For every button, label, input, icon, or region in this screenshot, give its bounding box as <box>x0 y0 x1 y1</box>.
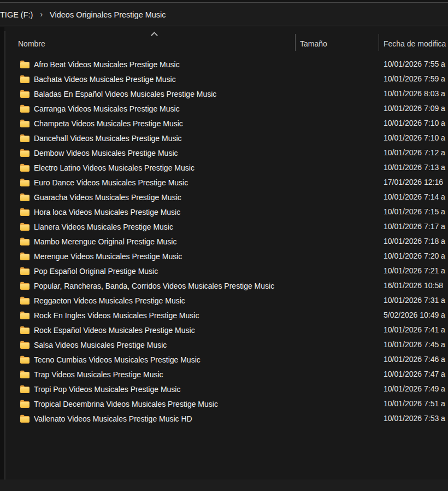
file-row[interactable]: Euro Dance Videos Musicales Prestige Mus… <box>5 175 448 190</box>
file-date-modified: 10/01/2026 7:59 a <box>384 72 448 86</box>
file-name: Dancehall Videos Musicales Prestige Musi… <box>34 134 182 143</box>
folder-icon <box>20 326 30 334</box>
file-date-modified: 5/02/2026 10:49 a <box>384 308 448 323</box>
file-row[interactable]: Popular, Rancheras, Banda, Corridos Vide… <box>5 278 448 293</box>
folder-icon <box>20 267 30 275</box>
folder-icon <box>20 414 30 423</box>
file-name: Reggaeton Videos Musicales Prestige Musi… <box>34 296 185 305</box>
file-row[interactable]: Hora loca Videos Musicales Prestige Musi… <box>5 204 448 219</box>
file-name: Salsa Videos Musicales Prestige Music <box>34 341 167 349</box>
file-row[interactable]: Rock Español Videos Musicales Prestige M… <box>5 323 448 337</box>
folder-icon <box>20 193 30 201</box>
column-header-name[interactable]: Nombre <box>18 39 45 48</box>
breadcrumb: TIGE (F:) › Videos Originales Prestige M… <box>0 3 448 26</box>
file-date-modified: 10/01/2026 7:21 a <box>384 264 448 278</box>
file-row[interactable]: Pop Español Original Prestige Music 10/0… <box>5 264 448 278</box>
folder-icon <box>20 237 30 245</box>
breadcrumb-drive[interactable]: TIGE (F:) <box>0 10 33 19</box>
column-header-date-modified[interactable]: Fecha de modifica <box>384 39 448 48</box>
folder-icon <box>20 163 30 172</box>
file-list-panel: Nombre Tamaño Fecha de modifica Afro Bea… <box>0 27 448 480</box>
folder-icon <box>20 252 30 260</box>
file-name: Electro Latino Videos Musicales Prestige… <box>34 163 194 172</box>
file-date-modified: 16/01/2026 10:58 <box>384 278 448 293</box>
file-name: Tecno Cumbias Videos Musicales Prestige … <box>34 355 201 364</box>
breadcrumb-current-folder[interactable]: Videos Originales Prestige Music <box>50 10 166 19</box>
folder-icon <box>20 400 30 408</box>
file-name: Tropi Pop Videos Musicales Prestige Musi… <box>34 385 180 394</box>
folder-icon <box>20 134 30 142</box>
file-row[interactable]: Reggaeton Videos Musicales Prestige Musi… <box>5 293 448 308</box>
file-row[interactable]: Tropi Pop Videos Musicales Prestige Musi… <box>5 382 448 396</box>
file-date-modified: 10/01/2026 7:10 a <box>384 116 448 131</box>
file-name: Guaracha Videos Musicales Prestige Music <box>34 193 181 202</box>
file-date-modified: 10/01/2026 7:49 a <box>384 382 448 396</box>
folder-icon <box>20 104 30 113</box>
folder-icon <box>20 75 30 83</box>
folder-icon <box>20 119 30 127</box>
file-name: Hora loca Videos Musicales Prestige Musi… <box>34 208 180 217</box>
file-date-modified: 10/01/2026 7:31 a <box>384 293 448 308</box>
file-name: Pop Español Original Prestige Music <box>34 267 158 276</box>
file-name: Carranga Videos Musicales Prestige Music <box>34 104 180 113</box>
file-row[interactable]: Vallenato Videos Musicales Prestige Musi… <box>5 411 448 426</box>
file-date-modified: 10/01/2026 7:17 a <box>384 219 448 234</box>
file-date-modified: 10/01/2026 7:15 a <box>384 204 448 219</box>
file-row[interactable]: Rock En Ingles Videos Musicales Prestige… <box>5 308 448 323</box>
file-row[interactable]: Merengue Videos Musicales Prestige Music… <box>5 249 448 264</box>
file-date-modified: 10/01/2026 7:12 a <box>384 145 448 160</box>
file-name: Mambo Merengue Original Prestige Music <box>34 237 176 246</box>
column-resize-handle[interactable] <box>295 34 296 51</box>
file-row[interactable]: Baladas En Español Videos Musicales Pres… <box>5 86 448 101</box>
window-top-strip <box>0 0 448 3</box>
folder-icon <box>20 282 30 290</box>
sort-ascending-icon <box>151 32 158 39</box>
column-resize-handle[interactable] <box>379 34 379 51</box>
file-name: Vallenato Videos Musicales Prestige Musi… <box>34 414 192 423</box>
file-row[interactable]: Champeta Videos Musicales Prestige Music… <box>5 116 448 131</box>
file-explorer-window: TIGE (F:) › Videos Originales Prestige M… <box>0 0 448 491</box>
file-name: Euro Dance Videos Musicales Prestige Mus… <box>34 178 188 187</box>
file-row[interactable]: Dancehall Videos Musicales Prestige Musi… <box>5 131 448 145</box>
folder-icon <box>20 370 30 378</box>
file-row[interactable]: Carranga Videos Musicales Prestige Music… <box>5 101 448 116</box>
file-row[interactable]: Afro Beat Videos Musicales Prestige Musi… <box>5 57 448 72</box>
file-list: Afro Beat Videos Musicales Prestige Musi… <box>5 57 448 426</box>
file-row[interactable]: Guaracha Videos Musicales Prestige Music… <box>5 190 448 204</box>
file-name: Afro Beat Videos Musicales Prestige Musi… <box>34 60 180 69</box>
column-header-size[interactable]: Tamaño <box>300 39 327 48</box>
file-row[interactable]: Mambo Merengue Original Prestige Music 1… <box>5 234 448 249</box>
file-name: Tropical Decembrina Videos Musicales Pre… <box>34 400 218 408</box>
folder-icon <box>20 341 30 349</box>
file-date-modified: 10/01/2026 8:03 a <box>384 86 448 101</box>
folder-icon <box>20 296 30 305</box>
file-date-modified: 10/01/2026 7:18 a <box>384 234 448 249</box>
breadcrumb-chevron-icon[interactable]: › <box>40 10 43 19</box>
file-date-modified: 10/01/2026 7:46 a <box>384 352 448 367</box>
file-name: Dembow Videos Musicales Prestige Music <box>34 149 178 157</box>
file-row[interactable]: Trap Videos Musicales Prestige Music 10/… <box>5 367 448 382</box>
left-gutter <box>0 27 4 480</box>
file-date-modified: 10/01/2026 7:13 a <box>384 160 448 175</box>
folder-icon <box>20 60 30 68</box>
file-row[interactable]: Bachata Videos Musicales Prestige Music … <box>5 72 448 86</box>
file-row[interactable]: Tecno Cumbias Videos Musicales Prestige … <box>5 352 448 367</box>
folder-icon <box>20 208 30 216</box>
file-date-modified: 10/01/2026 7:20 a <box>384 249 448 264</box>
file-date-modified: 10/01/2026 7:14 a <box>384 190 448 204</box>
file-row[interactable]: Dembow Videos Musicales Prestige Music 1… <box>5 145 448 160</box>
file-row[interactable]: Llanera Videos Musicales Prestige Music … <box>5 219 448 234</box>
file-name: Rock Español Videos Musicales Prestige M… <box>34 326 195 335</box>
folder-icon <box>20 149 30 157</box>
file-row[interactable]: Tropical Decembrina Videos Musicales Pre… <box>5 396 448 411</box>
file-date-modified: 10/01/2026 7:51 a <box>384 396 448 411</box>
folder-icon <box>20 355 30 364</box>
file-name: Rock En Ingles Videos Musicales Prestige… <box>34 311 199 320</box>
folder-icon <box>20 385 30 393</box>
file-date-modified: 10/01/2026 7:09 a <box>384 101 448 116</box>
file-row[interactable]: Salsa Videos Musicales Prestige Music 10… <box>5 337 448 352</box>
file-name: Bachata Videos Musicales Prestige Music <box>34 75 176 84</box>
file-row[interactable]: Electro Latino Videos Musicales Prestige… <box>5 160 448 175</box>
file-date-modified: 10/01/2026 7:53 a <box>384 411 448 426</box>
file-name: Champeta Videos Musicales Prestige Music <box>34 119 183 128</box>
